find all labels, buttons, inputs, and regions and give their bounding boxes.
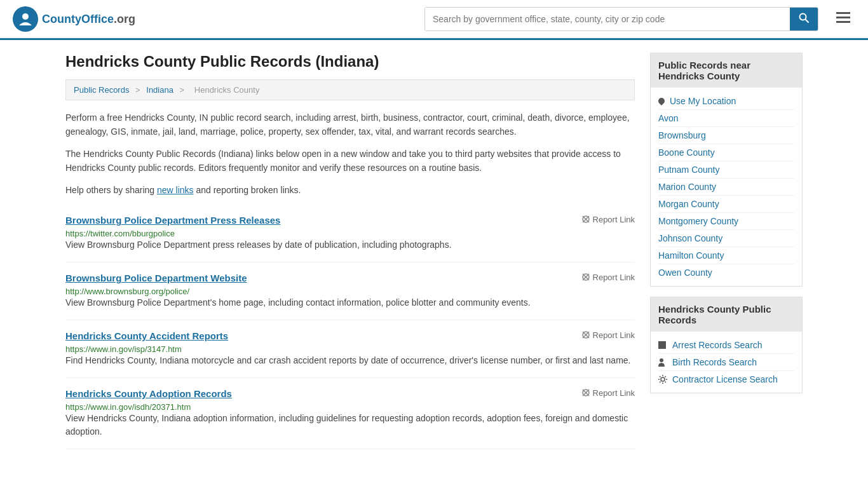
square-icon	[658, 341, 667, 349]
record-desc: View Brownsburg Police Department press …	[65, 238, 635, 252]
report-link[interactable]: Report Link	[581, 215, 635, 224]
logo-icon	[13, 6, 38, 32]
records-list: Brownsburg Police Department Press Relea…	[65, 205, 635, 449]
svg-point-13	[661, 377, 665, 381]
nearby-link[interactable]: Hamilton County	[658, 247, 794, 264]
records-link-item: Arrest Records Search	[658, 337, 794, 354]
search-icon	[799, 13, 809, 23]
nearby-link[interactable]: Boone County	[658, 144, 794, 161]
logo-name: CountyOffice	[42, 13, 114, 25]
nearby-link[interactable]: Putnam County	[658, 161, 794, 179]
use-my-location[interactable]: Use My Location	[658, 93, 794, 110]
description-1: Perform a free Hendricks County, IN publ…	[65, 111, 635, 139]
record-desc: View Brownsburg Police Department's home…	[65, 296, 635, 309]
records-link-item: Birth Records Search	[658, 354, 794, 371]
new-links-link[interactable]: new links	[157, 185, 194, 195]
nearby-section: Public Records near Hendricks County Use…	[650, 53, 803, 287]
records-link[interactable]: Arrest Records Search	[672, 340, 763, 350]
broken-link-icon	[581, 273, 590, 281]
logo-text: CountyOffice.org	[42, 13, 135, 26]
records-link[interactable]: Birth Records Search	[672, 357, 757, 367]
desc3-prefix: Help others by sharing	[65, 185, 157, 195]
hamburger-icon	[836, 12, 850, 24]
nearby-link[interactable]: Morgan County	[658, 196, 794, 213]
report-link[interactable]: Report Link	[581, 388, 635, 398]
nearby-links: AvonBrownsburgBoone CountyPutnam CountyM…	[658, 110, 794, 281]
menu-button[interactable]	[831, 8, 855, 30]
record-title[interactable]: Brownsburg Police Department Website	[65, 273, 247, 283]
nearby-link[interactable]: Avon	[658, 110, 794, 127]
breadcrumb: Public Records > Indiana > Hendricks Cou…	[65, 79, 635, 100]
main-container: Hendricks County Public Records (Indiana…	[53, 40, 815, 462]
breadcrumb-sep1: >	[135, 85, 140, 95]
record-title[interactable]: Hendricks County Accident Reports	[65, 330, 228, 341]
record-url[interactable]: http://www.brownsburg.org/police/	[65, 287, 189, 296]
record-url[interactable]: https://twitter.com/bburgpolice	[65, 229, 175, 238]
breadcrumb-public-records[interactable]: Public Records	[74, 85, 129, 95]
site-header: CountyOffice.org	[0, 0, 868, 40]
report-link[interactable]: Report Link	[581, 330, 635, 340]
record-item: Hendricks County Adoption Records Report…	[65, 378, 635, 449]
svg-rect-5	[836, 17, 850, 18]
use-location-label: Use My Location	[670, 96, 736, 106]
svg-line-3	[806, 20, 809, 23]
record-title[interactable]: Brownsburg Police Department Press Relea…	[65, 215, 280, 226]
nearby-link[interactable]: Marion County	[658, 179, 794, 196]
description-2: The Hendricks County Public Records (Ind…	[65, 147, 635, 175]
broken-link-icon	[581, 330, 590, 339]
record-item: Hendricks County Accident Reports Report…	[65, 320, 635, 378]
records-link[interactable]: Contractor License Search	[672, 374, 778, 384]
nearby-link[interactable]: Brownsburg	[658, 127, 794, 144]
breadcrumb-current: Hendricks County	[194, 85, 260, 95]
svg-rect-11	[658, 341, 666, 349]
nearby-header: Public Records near Hendricks County	[651, 53, 802, 88]
location-icon	[657, 97, 666, 105]
logo-org: .org	[114, 13, 135, 25]
search-input[interactable]	[425, 8, 790, 30]
logo-link[interactable]: CountyOffice.org	[13, 6, 135, 32]
record-title[interactable]: Hendricks County Adoption Records	[65, 388, 232, 399]
desc3-suffix: and reporting broken links.	[194, 185, 301, 195]
svg-point-12	[660, 358, 663, 362]
hc-records-body: Arrest Records Search Birth Records Sear…	[651, 332, 802, 393]
hc-records-header: Hendricks County Public Records	[651, 297, 802, 332]
sidebar: Public Records near Hendricks County Use…	[650, 53, 803, 449]
nearby-link[interactable]: Johnson County	[658, 230, 794, 247]
person-icon	[658, 358, 667, 367]
breadcrumb-sep2: >	[180, 85, 185, 95]
record-url[interactable]: https://www.in.gov/isp/3147.htm	[65, 344, 182, 354]
record-item: Brownsburg Police Department Press Relea…	[65, 205, 635, 262]
svg-point-1	[22, 13, 29, 20]
records-link-item: Contractor License Search	[658, 371, 794, 388]
broken-link-icon	[581, 215, 590, 224]
gear-icon	[658, 375, 667, 384]
record-url[interactable]: https://www.in.gov/isdh/20371.htm	[65, 402, 191, 412]
nearby-link[interactable]: Montgomery County	[658, 213, 794, 230]
svg-rect-4	[836, 12, 850, 14]
records-links: Arrest Records Search Birth Records Sear…	[658, 337, 794, 388]
report-link[interactable]: Report Link	[581, 273, 635, 282]
description-3: Help others by sharing new links and rep…	[65, 183, 635, 197]
breadcrumb-indiana[interactable]: Indiana	[146, 85, 173, 95]
record-desc: Find Hendricks County, Indiana motorcycl…	[65, 354, 635, 367]
record-desc: View Hendricks County, Indiana adoption …	[65, 412, 635, 438]
broken-link-icon	[581, 388, 590, 397]
search-bar	[424, 7, 818, 31]
nearby-body: Use My Location AvonBrownsburgBoone Coun…	[651, 88, 802, 286]
hc-records-section: Hendricks County Public Records Arrest R…	[650, 297, 803, 393]
search-button[interactable]	[790, 8, 818, 30]
nearby-link[interactable]: Owen County	[658, 264, 794, 281]
content-area: Hendricks County Public Records (Indiana…	[65, 53, 635, 449]
record-item: Brownsburg Police Department Website Rep…	[65, 262, 635, 320]
page-title: Hendricks County Public Records (Indiana…	[65, 53, 635, 71]
svg-rect-6	[836, 21, 850, 23]
